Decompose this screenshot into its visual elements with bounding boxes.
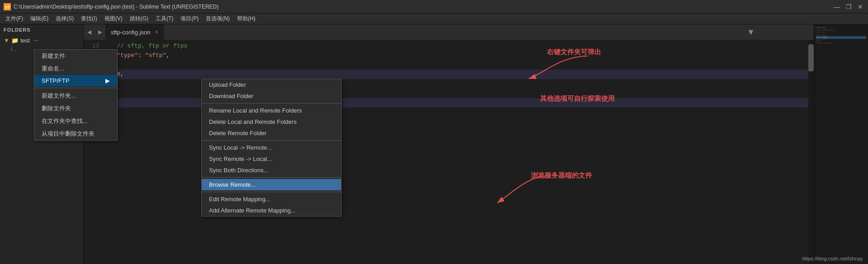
ctx-new-folder[interactable]: 新建文件夹... (34, 90, 117, 102)
app-icon: ST (4, 3, 11, 10)
minimize-button[interactable]: — (833, 3, 841, 11)
folder-icon: 📁 (11, 37, 19, 44)
scrollbar[interactable] (808, 40, 814, 264)
folder-expand-icon: ▼ (4, 37, 9, 44)
sftp-add-alternate-mapping[interactable]: Add Alternate Remote Mapping... (202, 205, 341, 216)
menu-preferences[interactable]: 首选项(N) (202, 14, 233, 24)
sftp-sync-remote-local[interactable]: Sync Remote -> Local... (202, 153, 341, 165)
code-area: 13 14 15 16 17 18 19 20 21 // sftp, ftp … (84, 40, 814, 126)
code-line-14: "type": "sftp", (103, 51, 814, 61)
menu-find[interactable]: 查找(I) (77, 14, 100, 24)
ctx-remove-from-project[interactable]: 从项目中删除文件夹 (34, 127, 117, 140)
code-line-15 (103, 61, 814, 70)
mini-map: // sftp config "host": "example.com", "p… (814, 24, 868, 264)
bottom-link: https://blog.csdn.net/lzhcqq (802, 256, 863, 261)
tab-bar: ◀ ▶ sftp-config.json × ▼ (84, 24, 814, 40)
code-line-13: // sftp, ftp or ftps (103, 42, 814, 51)
sidebar: FOLDERS ▼ 📁 test ← /... 新建文件 重命名... SFTP… (0, 24, 84, 264)
sftp-delete-local-remote[interactable]: Delete Local and Remote Folders (202, 116, 341, 127)
editor-area: ◀ ▶ sftp-config.json × ▼ 13 14 15 16 17 … (84, 24, 814, 264)
close-button[interactable]: ✕ (856, 3, 864, 11)
context-menu-left: 新建文件 重命名... SFTP/FTP ▶ 新建文件夹... 删除文件夹 在文… (34, 49, 118, 141)
arrow-svg-2 (493, 167, 551, 207)
sidebar-folder[interactable]: ▼ 📁 test ← (0, 35, 83, 45)
window-title: C:\Users\admin\Desktop\test\sftp-config.… (14, 4, 833, 10)
arrow-indicator: ← (33, 36, 40, 44)
ctx-rename[interactable]: 重命名... (34, 62, 117, 75)
context-menu-sftp: Upload Folder Download Folder Rename Loc… (201, 79, 342, 217)
sftp-divider-4 (202, 192, 341, 192)
tab-dropdown-icon[interactable]: ▼ (747, 24, 755, 40)
menu-bar: 文件(F) 编辑(E) 选择(S) 查找(I) 视图(V) 跳转(G) 工具(T… (0, 14, 868, 24)
window-controls: — ❐ ✕ (833, 3, 864, 11)
mini-map-content: // sftp config "host": "example.com", "p… (814, 24, 868, 46)
annotation-browse-server: 浏览服务器端的文件 (531, 171, 592, 180)
sftp-browse-remote[interactable]: Browse Remote... (202, 179, 341, 190)
ctx-divider-1 (34, 88, 117, 88)
scrollbar-thumb (808, 44, 814, 71)
sftp-download-folder[interactable]: Download Folder (202, 90, 341, 102)
sftp-sync-local-remote[interactable]: Sync Local -> Remote... (202, 142, 341, 153)
menu-file[interactable]: 文件(F) (2, 14, 27, 24)
tab-close-button[interactable]: × (155, 29, 158, 35)
code-line-16: e, (103, 70, 814, 79)
menu-edit[interactable]: 编辑(E) (27, 14, 52, 24)
ctx-sftp-ftp[interactable]: SFTP/FTP ▶ (34, 75, 117, 86)
submenu-arrow-icon: ▶ (105, 77, 110, 84)
restore-button[interactable]: ❐ (844, 3, 853, 11)
sftp-divider-3 (202, 177, 341, 178)
sftp-divider-1 (202, 103, 341, 104)
sftp-sync-both[interactable]: Sync Both Directions... (202, 165, 341, 176)
ctx-delete-folder[interactable]: 删除文件夹 (34, 102, 117, 115)
svg-text:ST: ST (5, 5, 10, 9)
menu-goto[interactable]: 跳转(G) (126, 14, 152, 24)
menu-select[interactable]: 选择(S) (52, 14, 77, 24)
ctx-new-file[interactable]: 新建文件 (34, 50, 117, 62)
sftp-edit-mapping[interactable]: Edit Remote Mapping... (202, 193, 341, 205)
folder-name: test (20, 37, 30, 44)
menu-tools[interactable]: 工具(T) (152, 14, 177, 24)
sftp-upload-folder[interactable]: Upload Folder (202, 79, 341, 90)
tab-label: sftp-config.json (111, 29, 150, 36)
sftp-rename-folders[interactable]: Rename Local and Remote Folders (202, 105, 341, 116)
menu-view[interactable]: 视图(V) (101, 14, 126, 24)
menu-project[interactable]: 项目(P) (177, 14, 202, 24)
main-layout: FOLDERS ▼ 📁 test ← /... 新建文件 重命名... SFTP… (0, 24, 868, 264)
sidebar-header: FOLDERS (0, 24, 83, 35)
title-bar: ST C:\Users\admin\Desktop\test\sftp-conf… (0, 0, 868, 14)
tab-nav-right[interactable]: ▶ (95, 24, 105, 40)
ctx-find-in-folder[interactable]: 在文件夹中查找... (34, 115, 117, 127)
menu-help[interactable]: 帮助(H) (233, 14, 259, 24)
tab-nav-left[interactable]: ◀ (84, 24, 95, 40)
sftp-delete-remote-folder[interactable]: Delete Remote Folder (202, 127, 341, 139)
sftp-divider-2 (202, 140, 341, 141)
tab-sftp-config[interactable]: sftp-config.json × (105, 24, 164, 40)
